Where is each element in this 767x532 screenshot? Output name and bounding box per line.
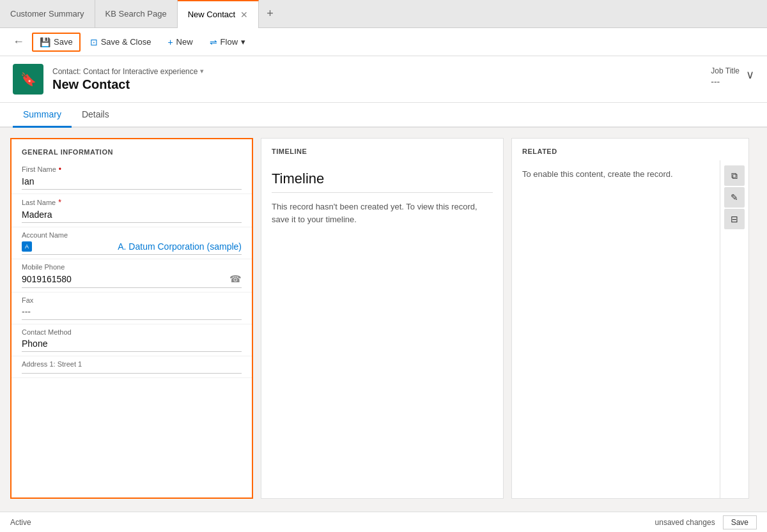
mobile-phone-field: Mobile Phone 9019161580 ☎ bbox=[12, 259, 252, 293]
contact-method-value[interactable]: Phone bbox=[22, 337, 242, 352]
fax-label: Fax bbox=[22, 296, 242, 304]
save-icon: 💾 bbox=[40, 37, 50, 47]
nav-tabs: Summary Details bbox=[0, 103, 767, 128]
status-save-button[interactable]: Save bbox=[723, 515, 757, 529]
header-expand-icon[interactable]: ∨ bbox=[746, 68, 754, 82]
account-name-field: Account Name A A. Datum Corporation (sam… bbox=[12, 227, 252, 259]
last-name-required: * bbox=[58, 198, 61, 207]
tab-details[interactable]: Details bbox=[72, 103, 120, 128]
status-save-label: Save bbox=[731, 518, 748, 527]
timeline-title: TIMELINE bbox=[261, 139, 503, 160]
tab-add-icon: + bbox=[267, 7, 274, 20]
first-name-value[interactable]: Ian bbox=[22, 175, 242, 190]
flow-chevron-icon: ▾ bbox=[241, 37, 245, 47]
save-close-label: Save & Close bbox=[101, 37, 151, 47]
tab-summary[interactable]: Summary bbox=[13, 103, 72, 128]
entity-header-left: 🔖 Contact: Contact for Interactive exper… bbox=[13, 64, 204, 95]
tab-add-button[interactable]: + bbox=[259, 0, 281, 28]
address-street-value[interactable] bbox=[22, 369, 242, 374]
flow-label: Flow bbox=[221, 37, 238, 47]
status-bar: Active unsaved changes Save bbox=[0, 512, 767, 532]
expand-icon: ⧉ bbox=[731, 171, 738, 181]
list-icon: ⊟ bbox=[731, 214, 738, 224]
related-list-button[interactable]: ⊟ bbox=[724, 209, 745, 229]
new-icon: + bbox=[167, 37, 173, 47]
status-indicator: Active bbox=[10, 518, 31, 527]
breadcrumb-chevron-icon[interactable]: ▾ bbox=[200, 67, 204, 75]
related-actions: ⧉ ✎ ⊟ bbox=[720, 160, 748, 498]
contact-method-label: Contact Method bbox=[22, 328, 242, 336]
mobile-phone-label: Mobile Phone bbox=[22, 263, 242, 271]
last-name-field: Last Name * Madera bbox=[12, 194, 252, 227]
related-edit-button[interactable]: ✎ bbox=[724, 187, 745, 208]
breadcrumb: Contact: Contact for Interactive experie… bbox=[52, 67, 204, 76]
mobile-phone-value[interactable]: 9019161580 ☎ bbox=[22, 272, 242, 288]
avatar-icon: 🔖 bbox=[20, 72, 36, 87]
address-street-field: Address 1: Street 1 bbox=[12, 356, 252, 378]
status-bar-right: unsaved changes Save bbox=[655, 515, 757, 529]
tab-details-label: Details bbox=[82, 109, 109, 119]
timeline-panel: TIMELINE Timeline This record hasn't bee… bbox=[261, 138, 504, 499]
first-name-field: First Name • Ian bbox=[12, 161, 252, 194]
job-title-field: Job Title --- bbox=[711, 66, 740, 87]
edit-icon: ✎ bbox=[731, 192, 738, 202]
entity-header-right: Job Title --- ∨ bbox=[711, 66, 754, 87]
entity-header: 🔖 Contact: Contact for Interactive exper… bbox=[0, 56, 767, 103]
general-info-panel: GENERAL INFORMATION First Name • Ian Las… bbox=[10, 138, 253, 499]
job-title-value: --- bbox=[711, 77, 740, 87]
related-expand-button[interactable]: ⧉ bbox=[724, 165, 745, 186]
back-button[interactable]: ← bbox=[8, 33, 29, 51]
tab-new-contact[interactable]: New Contact ✕ bbox=[178, 0, 259, 28]
unsaved-changes-label: unsaved changes bbox=[655, 518, 715, 527]
tab-bar: Customer Summary KB Search Page New Cont… bbox=[0, 0, 767, 28]
new-button[interactable]: + New bbox=[160, 33, 199, 51]
first-name-label: First Name • bbox=[22, 165, 242, 174]
tab-kb-search-label: KB Search Page bbox=[105, 9, 167, 19]
tab-new-contact-label: New Contact bbox=[188, 10, 235, 19]
new-label: New bbox=[176, 37, 193, 47]
timeline-heading: Timeline bbox=[272, 171, 493, 187]
phone-icon: ☎ bbox=[229, 273, 242, 285]
account-icon: A bbox=[22, 241, 32, 252]
entity-title: New Contact bbox=[52, 77, 204, 92]
tab-customer-summary[interactable]: Customer Summary bbox=[0, 0, 95, 28]
timeline-divider bbox=[272, 192, 493, 193]
related-note: To enable this content, create the recor… bbox=[512, 160, 720, 498]
tab-kb-search[interactable]: KB Search Page bbox=[95, 0, 178, 28]
tab-close-icon[interactable]: ✕ bbox=[240, 10, 248, 20]
related-panel: RELATED To enable this content, create t… bbox=[511, 138, 749, 499]
general-info-title: GENERAL INFORMATION bbox=[12, 139, 252, 161]
fax-value[interactable]: --- bbox=[22, 305, 242, 320]
avatar: 🔖 bbox=[13, 64, 43, 95]
save-close-button[interactable]: ⊡ Save & Close bbox=[83, 33, 159, 51]
related-title: RELATED bbox=[512, 139, 748, 160]
tab-customer-summary-label: Customer Summary bbox=[10, 9, 84, 19]
flow-icon: ⇌ bbox=[210, 37, 217, 47]
save-label: Save bbox=[54, 37, 73, 47]
account-name-label: Account Name bbox=[22, 231, 242, 239]
status-text: Active bbox=[10, 518, 31, 527]
breadcrumb-text: Contact: Contact for Interactive experie… bbox=[52, 67, 198, 76]
flow-button[interactable]: ⇌ Flow ▾ bbox=[203, 33, 252, 51]
timeline-inner: Timeline This record hasn't been created… bbox=[261, 160, 503, 236]
timeline-note: This record hasn't been created yet. To … bbox=[272, 201, 493, 225]
fax-field: Fax --- bbox=[12, 293, 252, 324]
main-content: GENERAL INFORMATION First Name • Ian Las… bbox=[0, 128, 767, 509]
account-name-value[interactable]: A A. Datum Corporation (sample) bbox=[22, 240, 242, 255]
save-button[interactable]: 💾 Save bbox=[32, 33, 81, 52]
first-name-required: • bbox=[59, 165, 61, 174]
back-icon: ← bbox=[13, 35, 24, 48]
tab-summary-label: Summary bbox=[23, 109, 61, 119]
job-title-label: Job Title bbox=[711, 66, 740, 75]
entity-info: Contact: Contact for Interactive experie… bbox=[52, 67, 204, 92]
toolbar: ← 💾 Save ⊡ Save & Close + New ⇌ Flow ▾ bbox=[0, 28, 767, 56]
last-name-label: Last Name * bbox=[22, 198, 242, 207]
contact-method-field: Contact Method Phone bbox=[12, 324, 252, 356]
save-close-icon: ⊡ bbox=[90, 37, 98, 47]
address-street-label: Address 1: Street 1 bbox=[22, 360, 242, 368]
related-panel-body: To enable this content, create the recor… bbox=[512, 160, 748, 498]
last-name-value[interactable]: Madera bbox=[22, 208, 242, 223]
